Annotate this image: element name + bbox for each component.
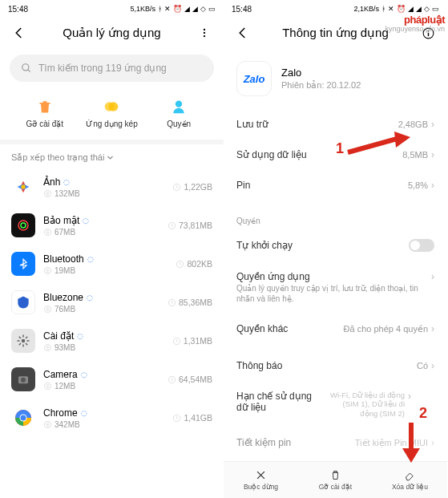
security-icon [11,213,35,237]
status-bar: 15:48 2,1KB/s ᚼ ✕ ⏰ ◢ ◢ ◇ ▭ [224,0,447,16]
signal-icon: ◢ [192,5,198,13]
svg-point-2 [204,35,205,37]
chevron-right-icon: › [431,360,434,371]
chevron-right-icon: › [431,437,434,448]
restrict-data-row[interactable]: Hạn chế sử dụng dữ liệu Wi-Fi, Dữ liệu d… [224,381,447,427]
sync-icon: ◌ [63,178,69,186]
svg-point-12 [21,223,26,228]
back-button[interactable] [11,25,27,41]
chevron-down-icon [107,154,114,161]
app-row[interactable]: Ảnh◌ 132MB 1,22GB [0,168,224,206]
app-row[interactable]: Chrome◌ 342MB 1,41GB [0,399,224,437]
notifications-row[interactable]: Thông báo Có › [224,350,447,381]
mute-icon: ✕ [388,5,394,13]
svg-point-35 [427,30,429,31]
svg-point-8 [21,184,26,189]
bluetooth-icon: ᚼ [381,5,385,13]
sync-icon: ◌ [81,370,87,379]
app-row[interactable]: Bluezone◌ 76MB 85,36MB [0,283,224,322]
app-row[interactable]: Bảo mật◌ 67MB 73,81MB [0,206,224,245]
permission-icon [170,98,188,115]
app-list: Ảnh◌ 132MB 1,22GB Bảo mật◌ 67MB 73,81MB … [0,168,224,498]
back-button[interactable] [235,25,251,41]
storage-icon [43,382,52,391]
storage-icon [43,228,52,237]
autostart-toggle[interactable] [409,239,434,252]
battery-saver-row[interactable]: Tiết kiệm pin Tiết kiệm Pin MIUI › [224,427,447,458]
clear-data-button[interactable]: Xóa dữ liệu [373,462,447,498]
svg-point-7 [176,101,182,107]
dual-app-action[interactable]: Ứng dụng kép [83,98,139,128]
status-time: 15:48 [232,5,252,14]
bluezone-icon [11,290,35,314]
battery-row[interactable]: Pin 5,8% › [224,170,447,200]
eraser-icon [404,469,416,481]
sort-row[interactable]: Sắp xếp theo trạng thái [0,144,224,168]
app-header: Zalo Zalo Phiên bản: 20.12.02 [224,50,447,109]
uninstall-button[interactable]: Gỡ cài đặt [298,462,373,498]
battery-icon: ▭ [432,5,439,13]
svg-point-31 [21,415,26,421]
app-version: Phiên bản: 20.12.02 [281,80,361,91]
signal-icon: ◢ [416,5,422,13]
permissions-action[interactable]: Quyền [151,98,207,128]
sync-icon: ◌ [87,294,92,302]
chevron-right-icon: › [431,271,434,282]
close-icon [255,469,267,481]
annotation-1-label: 1 [336,140,344,157]
storage-icon [43,189,52,198]
svg-point-0 [204,29,205,30]
other-permissions-row[interactable]: Quyền khác Đã cho phép 4 quyền › [224,314,447,344]
permissions-header: Quyền [224,207,447,229]
svg-rect-36 [427,32,428,35]
dual-icon [103,98,120,115]
sync-icon: ◌ [77,332,83,340]
wifi-icon: ◇ [200,5,206,13]
search-icon [21,63,32,74]
search-placeholder: Tìm kiếm trong 119 ứng dụng [38,63,167,74]
clock-icon [167,221,176,230]
storage-icon [43,343,52,352]
alarm-icon: ⏰ [173,5,182,13]
signal-icon: ◢ [184,5,190,13]
phone-left: 15:48 5,1KB/s ᚼ ✕ ⏰ ◢ ◢ ◇ ▭ Quản lý ứng … [0,0,224,498]
app-row[interactable]: Bluetooth◌ 19MB 802KB [0,245,224,283]
sync-icon: ◌ [87,255,93,263]
info-button[interactable] [420,25,436,41]
settings-icon [11,329,35,353]
sync-icon: ◌ [83,217,88,225]
storage-icon [43,266,52,275]
status-bar: 15:48 5,1KB/s ᚼ ✕ ⏰ ◢ ◢ ◇ ▭ [0,0,224,16]
force-stop-button[interactable]: Buộc dừng [224,462,298,498]
camera-icon [11,367,35,391]
svg-point-6 [109,102,119,111]
trash-icon [329,469,341,481]
app-bar: Quản lý ứng dụng [0,16,224,50]
alarm-icon: ⏰ [397,5,406,13]
chevron-right-icon: › [431,119,434,130]
chevron-right-icon: › [431,323,434,334]
more-button[interactable] [196,25,212,41]
app-row[interactable]: Cài đặt◌ 93MB 1,31MB [0,322,224,360]
app-permissions-row[interactable]: Quyền ứng dụng › Quản lý quyền truy cập … [224,261,447,314]
phone-right: 15:48 2,1KB/s ᚼ ✕ ⏰ ◢ ◢ ◇ ▭ Thông tin ứn… [224,0,447,498]
chevron-right-icon: › [431,149,434,160]
svg-rect-4 [39,103,50,104]
page-title: Thông tin ứng dụng [259,26,412,40]
search-input[interactable]: Tìm kiếm trong 119 ứng dụng [10,55,214,82]
chrome-icon [11,406,35,430]
storage-row[interactable]: Lưu trữ 2,48GB › [224,109,447,140]
clock-icon [176,260,184,269]
app-bar: Thông tin ứng dụng [224,16,447,50]
svg-point-3 [22,64,29,71]
bluetooth-icon [11,252,35,276]
mute-icon: ✕ [164,5,171,13]
svg-point-19 [22,339,26,343]
autostart-row[interactable]: Tự khởi chạy [224,229,447,261]
annotation-2-label: 2 [419,405,427,422]
bluetooth-icon: ᚼ [158,5,162,13]
clock-icon [172,337,181,346]
app-row[interactable]: Camera◌ 12MB 64,54MB [0,360,224,399]
uninstall-action[interactable]: Gỡ cài đặt [17,98,73,128]
zalo-icon: Zalo [236,61,272,96]
